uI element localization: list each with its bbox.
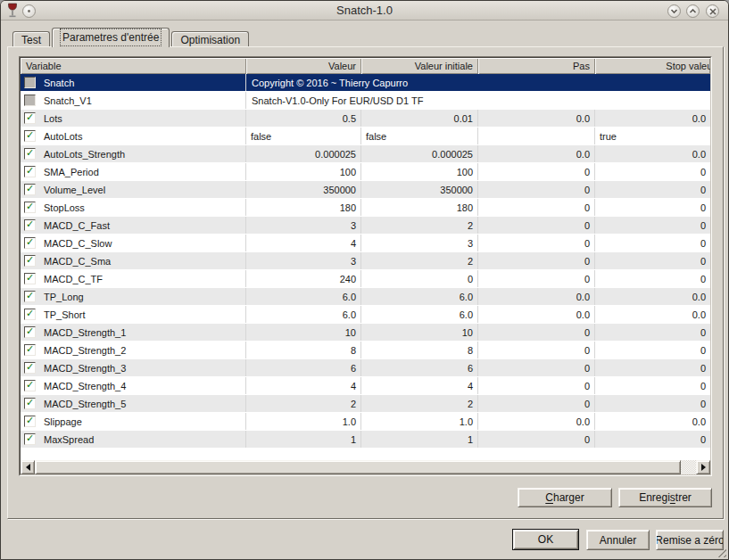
param-value-cell[interactable]: 0 xyxy=(595,431,710,448)
param-value-cell[interactable]: 0.0 xyxy=(595,288,710,305)
param-value-cell[interactable]: 0 xyxy=(478,342,595,358)
param-value-cell[interactable]: 1.0 xyxy=(361,413,478,430)
table-row-macd-strength-2[interactable]: ✓MACD_Strength_28800 xyxy=(21,342,710,359)
param-value-cell[interactable]: 0.01 xyxy=(361,110,478,127)
param-value-cell[interactable]: 4 xyxy=(246,235,361,251)
param-value-cell[interactable]: 0 xyxy=(595,342,710,358)
param-value-cell[interactable]: 0 xyxy=(595,377,710,394)
table-row-macd-strength-5[interactable]: ✓MACD_Strength_52200 xyxy=(21,395,710,413)
param-value-cell[interactable]: 180 xyxy=(246,199,361,216)
table-row-lots[interactable]: ✓Lots0.50.010.00.0 xyxy=(21,110,710,128)
close-button[interactable] xyxy=(706,4,719,18)
title-bar[interactable]: Snatch-1.0 xyxy=(1,1,728,21)
param-value-cell[interactable]: 0 xyxy=(478,217,595,234)
param-value-cell[interactable]: 3 xyxy=(246,217,361,234)
table-row-snatch[interactable]: SnatchCopyright © 2016 ~ Thierry Capurro xyxy=(21,74,710,92)
table-row-macd-c-fast[interactable]: ✓MACD_C_Fast3200 xyxy=(21,217,710,235)
table-row-snatch-v1[interactable]: Snatch_V1Snatch-V1.0-Only For EUR/USD D1… xyxy=(21,92,710,110)
param-value-cell[interactable]: 0 xyxy=(595,252,710,269)
table-row-macd-c-tf[interactable]: ✓MACD_C_TF240000 xyxy=(21,270,710,288)
param-value-cell[interactable]: 8 xyxy=(361,342,478,358)
param-value-cell[interactable]: 0.0 xyxy=(595,413,710,430)
param-value-cell[interactable]: 180 xyxy=(361,199,478,216)
table-row-tp-long[interactable]: ✓TP_Long6.06.00.00.0 xyxy=(21,288,710,306)
table-row-macd-c-slow[interactable]: ✓MACD_C_Slow4300 xyxy=(21,235,710,252)
param-value-cell[interactable]: 0 xyxy=(595,270,710,287)
save-button[interactable]: Enregistrer xyxy=(618,488,712,507)
row-checkbox[interactable] xyxy=(24,77,36,88)
param-value-cell[interactable]: 2 xyxy=(361,217,478,234)
table-row-slippage[interactable]: ✓Slippage1.01.00.00.0 xyxy=(21,413,710,431)
row-checkbox[interactable]: ✓ xyxy=(24,291,36,302)
param-value-cell[interactable]: 4 xyxy=(361,377,478,394)
param-value-cell[interactable] xyxy=(478,128,595,144)
param-value-cell[interactable]: 0 xyxy=(478,395,595,412)
param-value-cell[interactable]: 6.0 xyxy=(361,288,478,305)
param-value-cell[interactable]: 6.0 xyxy=(361,306,478,323)
scrollbar-track[interactable] xyxy=(35,460,696,474)
param-value-cell[interactable]: 0 xyxy=(595,235,710,251)
param-value-cell[interactable]: 0.0 xyxy=(595,306,710,323)
row-checkbox[interactable]: ✓ xyxy=(24,309,36,320)
param-value-cell[interactable]: 1 xyxy=(361,431,478,448)
tab-parametres-d-entr-e[interactable]: Parametres d'entrée xyxy=(52,28,170,47)
param-value-cell[interactable]: false xyxy=(246,128,361,144)
table-row-macd-strength-3[interactable]: ✓MACD_Strength_36600 xyxy=(21,359,710,377)
row-checkbox[interactable]: ✓ xyxy=(24,380,36,391)
param-value-cell[interactable]: 100 xyxy=(361,163,478,180)
row-checkbox[interactable]: ✓ xyxy=(24,273,36,284)
table-row-macd-strength-1[interactable]: ✓MACD_Strength_1101000 xyxy=(21,324,710,342)
param-value-cell[interactable]: 0 xyxy=(478,270,595,287)
param-value-cell[interactable]: 10 xyxy=(361,324,478,341)
param-value-cell[interactable]: 0.0 xyxy=(478,413,595,430)
row-checkbox[interactable]: ✓ xyxy=(24,166,36,177)
param-value-cell[interactable]: 0 xyxy=(478,431,595,448)
param-value-cell[interactable]: 0 xyxy=(361,270,478,287)
param-value-cell[interactable]: 10 xyxy=(246,324,361,341)
param-value-cell[interactable]: 0.5 xyxy=(246,110,361,127)
row-checkbox[interactable]: ✓ xyxy=(24,237,36,249)
param-value-cell[interactable]: 4 xyxy=(246,377,361,394)
minimize-button[interactable] xyxy=(667,4,681,18)
param-value-cell[interactable]: 0 xyxy=(478,181,595,198)
table-row-tp-short[interactable]: ✓TP_Short6.06.00.00.0 xyxy=(21,306,710,324)
row-checkbox[interactable]: ✓ xyxy=(24,326,36,338)
maximize-button[interactable] xyxy=(686,4,700,18)
param-value-cell[interactable]: 3 xyxy=(361,235,478,251)
param-value-cell[interactable]: 0 xyxy=(595,181,710,198)
row-checkbox[interactable]: ✓ xyxy=(24,184,36,195)
param-value-cell[interactable]: 350000 xyxy=(246,181,361,198)
row-checkbox[interactable]: ✓ xyxy=(24,416,36,427)
param-value-cell[interactable]: 0 xyxy=(478,324,595,341)
param-value-cell[interactable]: 6.0 xyxy=(246,288,361,305)
param-value-cell[interactable]: 0 xyxy=(478,235,595,251)
param-value-cell[interactable]: 0 xyxy=(595,217,710,234)
row-checkbox[interactable]: ✓ xyxy=(24,362,36,374)
row-checkbox[interactable]: ✓ xyxy=(24,219,36,231)
reset-button[interactable]: Remise a zéro xyxy=(656,530,724,550)
table-row-sma-period[interactable]: ✓SMA_Period10010000 xyxy=(21,163,710,181)
param-value-cell[interactable]: 0 xyxy=(595,163,710,180)
row-checkbox[interactable]: ✓ xyxy=(24,130,36,142)
ok-button[interactable]: OK xyxy=(512,529,579,550)
row-checkbox[interactable]: ✓ xyxy=(24,255,36,267)
table-row-autolots[interactable]: ✓AutoLotsfalsefalsetrue xyxy=(21,128,710,145)
table-row-autolots-strength[interactable]: ✓AutoLots_Strength0.0000250.0000250.00.0 xyxy=(21,145,710,163)
table-row-maxspread[interactable]: ✓MaxSpread1100 xyxy=(21,431,710,449)
param-value-cell[interactable]: 350000 xyxy=(361,181,478,198)
table-row-volume-level[interactable]: ✓Volume_Level35000035000000 xyxy=(21,181,710,199)
param-value-cell[interactable]: 0.0 xyxy=(478,145,595,162)
param-value-cell[interactable]: 0.0 xyxy=(595,145,710,162)
table-row-macd-strength-4[interactable]: ✓MACD_Strength_44400 xyxy=(21,377,710,395)
param-value-cell[interactable]: 8 xyxy=(246,342,361,358)
table-row-stoploss[interactable]: ✓StopLoss18018000 xyxy=(21,199,710,217)
param-value-cell[interactable]: false xyxy=(361,128,478,144)
param-value-cell[interactable]: 1.0 xyxy=(246,413,361,430)
param-value-cell[interactable]: 6 xyxy=(246,359,361,376)
tab-test[interactable]: Test xyxy=(12,31,50,46)
param-value-cell[interactable]: 240 xyxy=(246,270,361,287)
param-value-cell[interactable]: 2 xyxy=(361,395,478,412)
row-checkbox[interactable]: ✓ xyxy=(24,202,36,213)
param-value-cell[interactable]: 2 xyxy=(361,252,478,269)
row-checkbox[interactable]: ✓ xyxy=(24,433,36,445)
